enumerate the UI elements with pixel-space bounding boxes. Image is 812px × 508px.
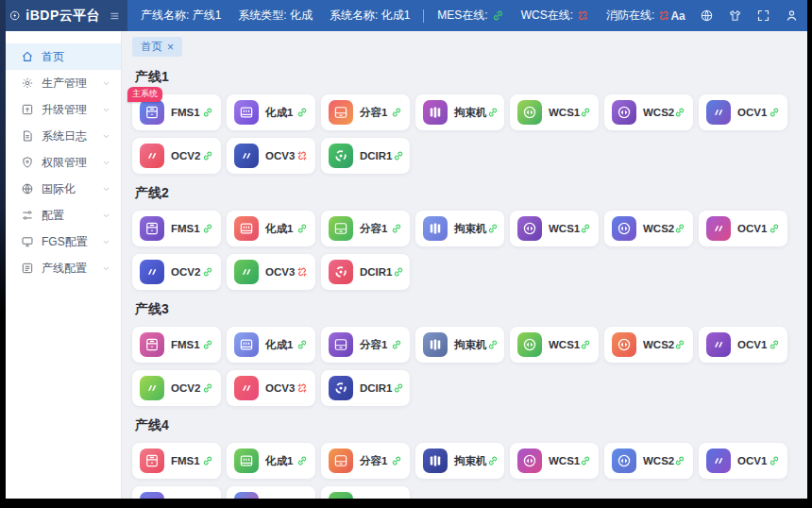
system-card[interactable]: OCV3: [227, 370, 315, 406]
sidebar-nav: 首页生产管理升级管理系统日志权限管理国际化配置FGS配置产线配置: [0, 31, 122, 499]
system-card[interactable]: 拘束机: [415, 94, 504, 130]
link-icon: [393, 266, 404, 278]
system-card[interactable]: WCS1: [510, 211, 599, 246]
sidebar-item-production[interactable]: 生产管理: [0, 70, 121, 96]
status-label: WCS在线:: [521, 8, 573, 24]
system-card[interactable]: FMS1: [132, 443, 221, 479]
production-icon: [21, 76, 34, 90]
font-size-icon[interactable]: Aa: [670, 9, 685, 23]
system-card[interactable]: 化成1: [227, 443, 315, 479]
system-card[interactable]: 分容1: [321, 327, 410, 363]
system-card-label: WCS1: [549, 223, 580, 234]
system-card[interactable]: WCS2: [604, 211, 693, 246]
tab-close-icon[interactable]: ×: [167, 42, 174, 53]
line-section: 产线1主系统FMS1化成1分容1拘束机WCS1WCS2OCV1OCV2OCV3D…: [132, 69, 796, 174]
wcs-icon: [517, 100, 542, 125]
system-card[interactable]: 分容1: [321, 94, 410, 130]
user-icon[interactable]: [785, 8, 799, 23]
system-card-label: DCIR1: [360, 266, 393, 278]
system-card[interactable]: FMS1: [132, 211, 221, 246]
system-card[interactable]: DCIR1: [321, 486, 410, 499]
sidebar-item-home[interactable]: 首页: [0, 43, 121, 70]
system-card[interactable]: OCV1: [699, 327, 787, 363]
theme-shirt-icon[interactable]: [728, 8, 742, 23]
sidebar-item-label: FGS配置: [42, 234, 101, 250]
sidebar-item-label: 生产管理: [42, 76, 101, 92]
app-window: iBDP云平台 产线名称: 产线1系统类型: 化成系统名称: 化成1 MES在线…: [0, 0, 807, 499]
config-icon: [21, 209, 34, 222]
link-icon: [580, 339, 591, 350]
system-card[interactable]: 分容1: [321, 211, 410, 246]
system-card[interactable]: WCS1: [510, 327, 599, 363]
system-card[interactable]: OCV3: [227, 486, 315, 499]
system-card-label: 化成1: [265, 222, 293, 236]
sidebar-item-config[interactable]: 配置: [0, 202, 121, 229]
system-card[interactable]: 拘束机: [415, 327, 504, 363]
sidebar-item-label: 升级管理: [42, 102, 101, 118]
connection-status-group: MES在线:WCS在线:消防在线:: [437, 8, 670, 24]
sidebar-item-permission[interactable]: 权限管理: [0, 149, 121, 176]
formation-icon: [234, 449, 259, 473]
system-card[interactable]: 拘束机: [415, 211, 504, 246]
link-icon: [674, 339, 685, 350]
sidebar-item-lineconfig[interactable]: 产线配置: [0, 255, 121, 281]
card-grid: FMS1化成1分容1拘束机WCS1WCS2OCV1OCV2OCV3DCIR1: [132, 211, 796, 290]
sidebar-item-log[interactable]: 系统日志: [0, 123, 121, 149]
link-icon: [391, 455, 402, 466]
fms-icon: [140, 100, 164, 125]
broken-link-icon: [296, 382, 308, 394]
system-card-label: 化成1: [265, 338, 293, 352]
system-card[interactable]: WCS2: [604, 443, 693, 479]
chevron-down-icon: [101, 78, 111, 89]
wcs-icon: [517, 332, 542, 357]
system-card[interactable]: 主系统FMS1: [132, 94, 221, 130]
card-grid: FMS1化成1分容1拘束机WCS1WCS2OCV1OCV2OCV3DCIR1: [132, 327, 796, 406]
sidebar-item-globe[interactable]: 国际化: [0, 176, 121, 202]
menu-collapse-icon[interactable]: [110, 8, 120, 24]
system-card[interactable]: WCS1: [510, 443, 599, 479]
system-card[interactable]: OCV1: [699, 443, 787, 479]
system-card[interactable]: 化成1: [227, 94, 315, 130]
language-globe-icon[interactable]: [700, 8, 714, 23]
system-card[interactable]: OCV2: [132, 138, 221, 174]
system-card[interactable]: DCIR1: [321, 254, 410, 290]
system-card[interactable]: OCV2: [132, 254, 221, 290]
line-info-item: 系统名称: 化成1: [330, 8, 410, 24]
system-card[interactable]: OCV1: [699, 94, 787, 130]
link-icon: [202, 107, 213, 118]
system-card[interactable]: 拘束机: [415, 443, 504, 479]
link-icon: [487, 223, 499, 234]
sidebar-item-monitor[interactable]: FGS配置: [0, 229, 121, 255]
system-card[interactable]: OCV1: [699, 211, 787, 246]
restraint-icon: [423, 216, 448, 241]
system-card[interactable]: 化成1: [227, 327, 315, 363]
system-card[interactable]: OCV3: [227, 254, 315, 290]
system-card[interactable]: DCIR1: [321, 370, 410, 406]
section-title: 产线4: [135, 417, 796, 434]
ocv-icon: [140, 376, 164, 400]
system-card[interactable]: 分容1: [321, 443, 410, 479]
system-card[interactable]: DCIR1: [321, 138, 410, 174]
wcs-icon: [612, 332, 636, 357]
tab-home[interactable]: 首页 ×: [132, 37, 182, 57]
status-label: 消防在线:: [606, 8, 654, 24]
broken-link-icon: [296, 150, 308, 161]
line-info-item: 系统类型: 化成: [238, 8, 313, 24]
system-card[interactable]: OCV3: [227, 138, 315, 174]
system-card[interactable]: OCV2: [132, 486, 221, 499]
link-icon: [202, 339, 213, 350]
system-card[interactable]: WCS2: [604, 94, 693, 130]
sidebar-item-upgrade[interactable]: 升级管理: [0, 96, 121, 123]
system-card[interactable]: WCS2: [604, 327, 693, 363]
system-card[interactable]: OCV2: [132, 370, 221, 406]
link-icon: [769, 455, 780, 466]
system-card[interactable]: 化成1: [227, 211, 315, 246]
system-card[interactable]: FMS1: [132, 327, 221, 363]
fullscreen-icon[interactable]: [756, 8, 770, 23]
grading-icon: [329, 100, 353, 125]
system-card-label: 分容1: [360, 106, 387, 120]
sidebar-item-label: 首页: [42, 49, 111, 65]
system-card[interactable]: WCS1: [510, 94, 599, 130]
line-section: 产线3FMS1化成1分容1拘束机WCS1WCS2OCV1OCV2OCV3DCIR…: [132, 301, 796, 406]
sidebar-item-label: 系统日志: [42, 128, 101, 144]
